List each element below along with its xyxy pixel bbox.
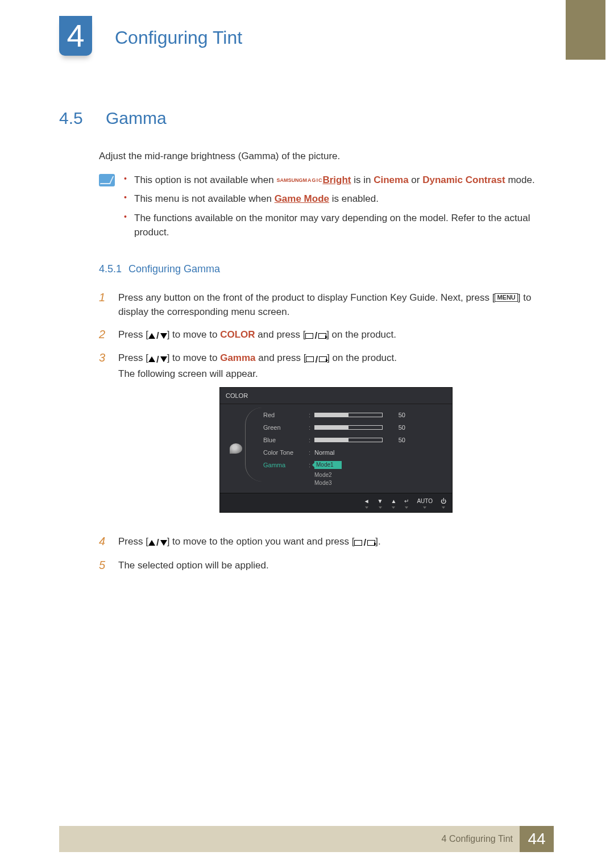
- step-number: 3: [99, 351, 109, 526]
- arrow-up-down-icon: /: [148, 329, 167, 343]
- step-list: 1 Press any button on the front of the p…: [99, 290, 554, 573]
- note-block: This option is not available when SAMSUN…: [99, 173, 554, 244]
- osd-gamma-options: Mode2 Mode3: [314, 471, 445, 487]
- osd-row-blue: Blue : 50: [263, 434, 445, 446]
- osd-row-green: Green : 50: [263, 421, 445, 434]
- osd-row-colortone: Color Tone : Normal: [263, 446, 445, 459]
- step-item: 4 Press [/] to move to the option you wa…: [99, 534, 554, 550]
- osd-navbar: ◄ ▼ ▲ ↵ AUTO ⏻: [220, 493, 452, 512]
- step-number: 4: [99, 534, 109, 550]
- step-item: 1 Press any button on the front of the p…: [99, 290, 554, 319]
- step-item: 3 Press [/] to move to Gamma and press […: [99, 351, 554, 526]
- menu-button-label: MENU: [495, 293, 517, 302]
- palette-icon: [230, 443, 242, 454]
- osd-screenshot: COLOR Red : 50: [219, 387, 453, 513]
- page-header: 4 Configuring Tint: [59, 16, 242, 56]
- osd-gamma-selected: Mode1: [314, 461, 342, 469]
- chapter-title: Configuring Tint: [115, 24, 242, 51]
- footer-text: 4 Configuring Tint: [442, 832, 513, 846]
- section-heading: 4.5 Gamma: [59, 105, 554, 131]
- note-item: This menu is not available when Game Mod…: [124, 192, 554, 206]
- note-item: The functions available on the monitor m…: [124, 211, 554, 240]
- step-number: 2: [99, 327, 109, 343]
- note-list: This option is not available when SAMSUN…: [124, 173, 554, 244]
- subsection-heading: 4.5.1 Configuring Gamma: [99, 261, 554, 277]
- chapter-number: 4: [67, 20, 84, 52]
- enter-icon: /: [306, 352, 327, 367]
- note-icon: [99, 174, 115, 186]
- footer-page-number: 44: [520, 826, 554, 852]
- step-item: 5 The selected option will be applied.: [99, 558, 554, 573]
- subsection-number: 4.5.1: [99, 261, 122, 277]
- osd-row-gamma: Gamma : Mode1: [263, 459, 445, 471]
- footer-bar: 4 Configuring Tint 44: [59, 826, 554, 852]
- chapter-badge: 4: [59, 16, 92, 56]
- step-number: 5: [99, 558, 109, 573]
- note-item: This option is not available when SAMSUN…: [124, 173, 554, 188]
- osd-title: COLOR: [220, 388, 452, 405]
- content-area: 4.5 Gamma Adjust the mid-range brightnes…: [59, 105, 554, 580]
- section-title: Gamma: [106, 105, 167, 131]
- step-number: 1: [99, 290, 109, 319]
- corner-accent: [566, 0, 605, 60]
- osd-sidebar: [220, 404, 252, 493]
- osd-row-red: Red : 50: [263, 409, 445, 421]
- section-number: 4.5: [59, 105, 92, 131]
- arrow-up-down-icon: /: [148, 535, 167, 550]
- step-item: 2 Press [/] to move to COLOR and press […: [99, 327, 554, 343]
- arrow-up-down-icon: /: [148, 352, 167, 367]
- enter-icon: /: [305, 329, 326, 343]
- enter-icon: /: [354, 535, 375, 550]
- section-intro: Adjust the mid-range brightness (Gamma) …: [99, 149, 554, 164]
- subsection-title: Configuring Gamma: [128, 261, 220, 277]
